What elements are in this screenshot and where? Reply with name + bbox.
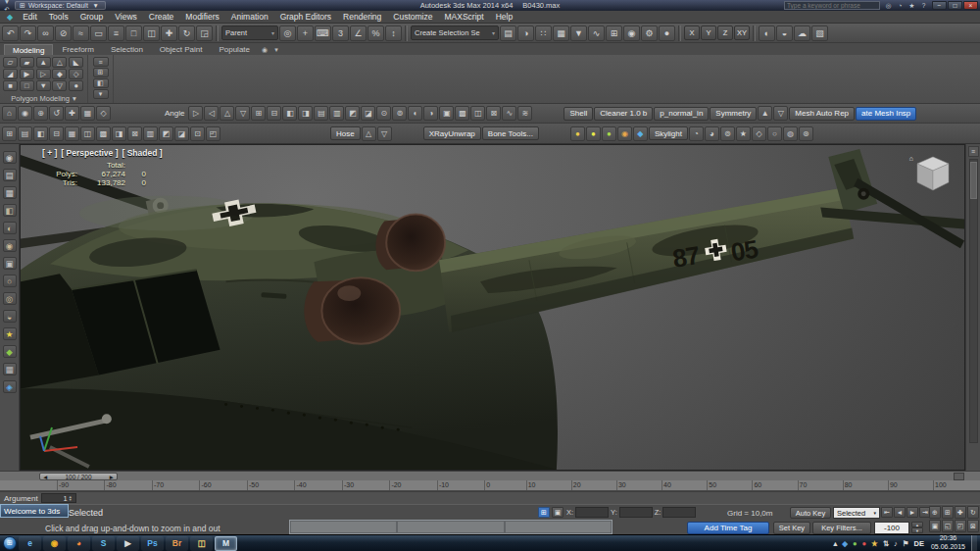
material-editor-icon[interactable]: ◉ [623, 25, 640, 41]
panel-tool-icon[interactable]: ◧ [93, 78, 109, 88]
tool-icon[interactable]: ◇ [96, 106, 111, 121]
go-to-start-icon[interactable]: ⇤ [881, 507, 893, 518]
tool-icon[interactable]: ⊚ [392, 106, 407, 121]
tool-icon[interactable]: ◰ [206, 126, 220, 141]
redo-icon[interactable]: ↷ [20, 25, 36, 41]
polygon-modeling-tool-icon[interactable]: ■ [3, 80, 18, 91]
window-crossing-toggle-icon[interactable]: ◫ [143, 25, 160, 41]
tool-icon[interactable]: ▷ [188, 106, 203, 121]
percent-snap-icon[interactable]: % [368, 25, 384, 41]
tool-icon[interactable]: ▥ [329, 106, 344, 121]
cleaner-script-button[interactable]: Cleaner 1.0 b [594, 107, 653, 121]
polygon-modeling-tool-icon[interactable]: ◆ [52, 69, 67, 79]
taskbar-app-skype[interactable]: S [92, 536, 115, 551]
minimize-button[interactable]: − [932, 1, 947, 10]
track-bar-ruler[interactable]: -90-80-70-60-50-40-30-20-100102030405060… [0, 480, 980, 491]
set-key-button[interactable]: Set Key [773, 522, 810, 534]
axis-constraint-button[interactable]: XY [734, 25, 750, 40]
coordinate-input[interactable] [619, 507, 653, 518]
render-production-icon[interactable]: ◒ [776, 25, 793, 41]
taskbar-app-bridge[interactable]: Br [166, 536, 188, 551]
zoom-extents-icon[interactable]: ▣ [929, 520, 941, 532]
polygon-modeling-tool-icon[interactable]: ▲ [36, 57, 51, 68]
frame-spinner[interactable]: ▲▼ [911, 522, 923, 534]
select-by-name-icon[interactable]: ≡ [108, 25, 124, 41]
tool-icon[interactable]: ★ [3, 327, 17, 340]
tool-icon[interactable]: ⊞ [2, 126, 17, 141]
tool-icon[interactable]: ▦ [65, 126, 79, 141]
close-button[interactable]: × [963, 1, 978, 10]
polygon-modeling-tool-icon[interactable]: ▰ [20, 57, 34, 68]
panel-tool-icon[interactable]: ⊞ [93, 68, 109, 77]
tray-app-icon[interactable]: ● [852, 539, 858, 548]
scrollbar-thumb[interactable] [970, 162, 977, 199]
select-and-manipulate-icon[interactable]: + [297, 25, 314, 41]
reference-coordinate-system-dropdown[interactable]: Parent▾ [221, 25, 278, 40]
tool-icon[interactable]: ◒ [3, 310, 17, 323]
axis-constraint-button[interactable]: X [684, 25, 700, 40]
tool-icon[interactable]: ◪ [174, 126, 189, 141]
panel-tool-icon[interactable]: ≡ [93, 57, 109, 67]
tray-volume-icon[interactable]: ♪ [893, 539, 899, 548]
viewport-menu-shading[interactable]: [ Shaded ] [122, 148, 162, 158]
tool-icon[interactable]: ▣ [439, 106, 454, 121]
tool-icon[interactable]: ○ [3, 275, 17, 287]
tool-icon[interactable]: ⊚ [720, 126, 735, 141]
tool-icon[interactable]: ◈ [3, 380, 17, 393]
infocenter-search-input[interactable] [784, 1, 880, 10]
bind-to-space-warp-icon[interactable]: ≈ [73, 25, 89, 41]
ribbon-tab[interactable]: Modeling [4, 44, 53, 55]
tool-icon[interactable]: ◑ [423, 106, 438, 121]
select-object-icon[interactable]: ▭ [90, 25, 107, 41]
tray-app-icon[interactable]: ◆ [841, 539, 849, 548]
tool-icon[interactable]: ◧ [3, 204, 17, 217]
render-setup-icon[interactable]: ⚙ [641, 25, 658, 41]
ribbon-tab[interactable]: Selection [103, 44, 151, 55]
polygon-modeling-tool-icon[interactable]: □ [20, 80, 34, 91]
tool-icon[interactable]: ▤ [18, 126, 32, 141]
tool-icon[interactable]: ★ [736, 126, 751, 141]
tool-icon[interactable]: ▽ [377, 126, 392, 141]
tool-icon[interactable]: ◪ [361, 106, 375, 121]
teapot-icon[interactable]: ◉ [617, 126, 632, 141]
polygon-modeling-tool-icon[interactable]: ◣ [69, 57, 83, 68]
tool-icon[interactable]: ⊞ [251, 106, 266, 121]
tool-icon[interactable]: ◕ [705, 126, 719, 141]
snaps-toggle-icon[interactable]: 3 [332, 25, 349, 41]
axis-constraint-button[interactable]: Z [717, 25, 733, 40]
tool-icon[interactable]: ⊡ [190, 126, 205, 141]
play-icon[interactable]: ► [906, 507, 918, 518]
orbit-icon[interactable]: ↻ [967, 506, 979, 519]
tool-icon[interactable]: ◩ [159, 126, 173, 141]
named-selection-set-dropdown[interactable]: Create Selection Se▾ [411, 25, 499, 40]
spinner-snap-icon[interactable]: ↕ [385, 25, 402, 41]
menu-item[interactable]: Help [490, 12, 518, 22]
welcome-window[interactable]: Welcome to 3ds [0, 504, 69, 518]
tool-icon[interactable]: △ [362, 126, 376, 141]
pan-icon[interactable]: ✚ [955, 506, 966, 519]
next-key-icon[interactable]: ► [109, 474, 115, 480]
tool-icon[interactable]: ◫ [470, 106, 485, 121]
panel-caption[interactable]: Polygon Modeling ▾ [0, 93, 87, 103]
tool-icon[interactable]: ◉ [18, 106, 32, 121]
taskbar-app-3ds-max[interactable]: M [215, 536, 237, 551]
taskbar-app-media-player[interactable]: ▶ [117, 536, 139, 551]
taskbar-app-internet-explorer[interactable]: e [19, 536, 41, 551]
light-icon[interactable]: ● [570, 126, 585, 141]
menu-item[interactable]: MAXScript [438, 12, 489, 22]
render-iterative-icon[interactable]: ◐ [759, 25, 775, 41]
tool-icon[interactable]: ⊟ [49, 126, 64, 141]
trackbar-end-button[interactable] [954, 473, 964, 480]
curve-editor-icon[interactable]: ∿ [588, 25, 605, 41]
polygon-modeling-tool-icon[interactable]: ▶ [20, 69, 34, 79]
tool-icon[interactable]: ◉ [3, 239, 17, 252]
tool-icon[interactable]: ▽ [235, 106, 250, 121]
menu-item[interactable]: Modifiers [179, 12, 224, 22]
tool-icon[interactable]: ⊕ [33, 106, 48, 121]
tool-icon[interactable]: ◇ [752, 126, 766, 141]
menu-item[interactable]: Tools [43, 12, 74, 22]
tray-action-center-icon[interactable]: ⚑ [902, 539, 910, 548]
viewcube[interactable] [911, 153, 955, 200]
perspective-viewport[interactable]: 87 05 [ + ] [ Perspective ] [ Shaded ] T… [20, 144, 965, 471]
polygon-modeling-tool-icon[interactable]: △ [52, 57, 67, 68]
